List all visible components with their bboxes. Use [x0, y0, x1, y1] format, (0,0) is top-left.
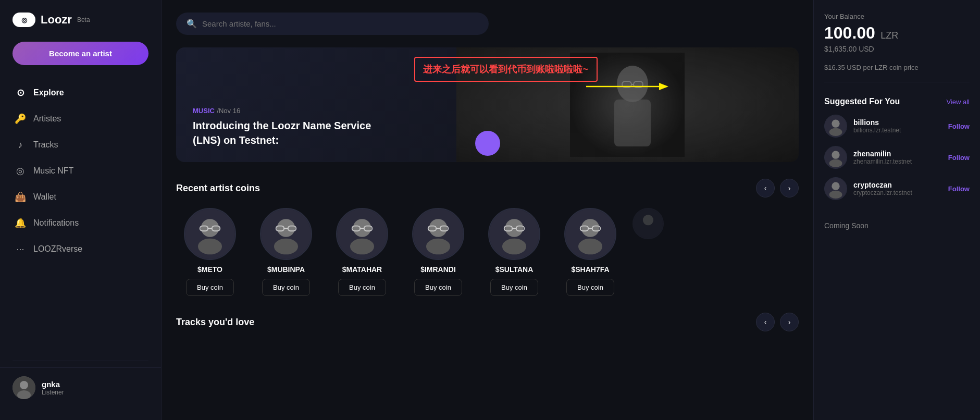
sidebar-item-notifications[interactable]: 🔔 Notifications [0, 210, 161, 236]
artist-coins-grid: $METO Buy coin $MUBINPA Buy coin [176, 208, 799, 296]
suggested-user-zhenamilin: zhenamilin zhenamilin.lzr.testnet Follow [824, 146, 970, 169]
search-icon: 🔍 [187, 19, 197, 29]
nft-icon: ◎ [15, 165, 26, 177]
coin-avatar-imrandi[interactable] [412, 208, 464, 260]
sidebar: ◎ Loozr Beta Become an artist ⊙ Explore … [0, 0, 162, 420]
coins-next-button[interactable]: › [780, 179, 799, 197]
hero-banner: 进来之后就可以看到代币到账啦啦啦啦~ MUSIC /Nov 16 Introdu… [176, 47, 799, 162]
sidebar-item-label: Artistes [33, 114, 61, 123]
coin-avatar-mubinpa[interactable] [260, 208, 312, 260]
svg-point-54 [829, 159, 842, 167]
tracks-next-button[interactable]: › [780, 313, 799, 331]
sidebar-item-label: Wallet [33, 192, 56, 202]
bell-icon: 🔔 [15, 217, 26, 229]
explore-icon: ⊙ [15, 87, 26, 98]
coin-avatar-image [565, 208, 615, 260]
user-role: Listener [42, 389, 64, 396]
suggested-handle-zhenamilin: zhenamilin.lzr.testnet [853, 158, 942, 165]
coin-avatar-image [413, 208, 463, 260]
hero-date: /Nov 16 [217, 107, 240, 115]
buy-coin-matahar-button[interactable]: Buy coin [338, 279, 386, 296]
svg-point-51 [829, 128, 842, 136]
svg-point-43 [578, 239, 602, 255]
sidebar-item-music-nft[interactable]: ◎ Music NFT [0, 158, 161, 184]
hero-category: MUSIC /Nov 16 [193, 106, 391, 115]
buy-coin-sultana-button[interactable]: Buy coin [490, 279, 538, 296]
follow-cryptoczan-button[interactable]: Follow [948, 185, 970, 193]
tracks-prev-button[interactable]: ‹ [756, 313, 775, 331]
sidebar-item-label: Tracks [33, 140, 58, 150]
svg-point-1 [20, 381, 28, 389]
logo-area: ◎ Loozr Beta [0, 13, 161, 42]
artist-coin-matahar: $MATAHAR Buy coin [328, 208, 396, 296]
user-info: gnka Listener [42, 380, 64, 396]
hero-content: MUSIC /Nov 16 Introducing the Loozr Name… [193, 106, 391, 147]
svg-point-56 [832, 182, 839, 190]
coin-avatar-matahar[interactable] [336, 208, 388, 260]
svg-point-57 [829, 191, 842, 199]
buy-coin-imrandi-button[interactable]: Buy coin [414, 279, 462, 296]
follow-zhenamilin-button[interactable]: Follow [948, 154, 970, 162]
sidebar-item-wallet[interactable]: 👜 Wallet [0, 184, 161, 210]
svg-point-48 [643, 215, 653, 225]
artist-coin-extra [632, 208, 664, 296]
coin-name-sultana: $SULTANA [495, 265, 534, 274]
sidebar-item-loozrverse[interactable]: ··· LOOZRverse [0, 236, 161, 262]
coin-name-mubinpa: $MUBINPA [267, 265, 305, 274]
suggested-info-cryptoczan: cryptoczan cryptoczan.lzr.testnet [853, 181, 942, 196]
user-area[interactable]: gnka Listener [0, 367, 161, 407]
avatar-image [825, 146, 847, 169]
coins-prev-button[interactable]: ‹ [756, 179, 775, 197]
hero-dot-1[interactable] [475, 131, 500, 156]
suggested-avatar-cryptoczan [824, 177, 847, 200]
balance-currency: LZR [880, 30, 898, 41]
balance-amount-row: 100.00 LZR [824, 23, 970, 43]
music-note-icon: ♪ [15, 139, 26, 151]
coin-name-matahar: $MATAHAR [342, 265, 382, 274]
svg-point-50 [832, 120, 839, 128]
coin-name-meto: $METO [197, 265, 222, 274]
artist-coin-shah7fa: $SHAH7FA Buy coin [556, 208, 624, 296]
become-artist-button[interactable]: Become an artist [13, 42, 148, 65]
coming-soon-section: Coming Soon [824, 221, 970, 230]
sidebar-item-artistes[interactable]: 🔑 Artistes [0, 106, 161, 132]
follow-billions-button[interactable]: Follow [948, 122, 970, 130]
sidebar-item-explore[interactable]: ⊙ Explore [0, 80, 161, 106]
artist-coin-meto: $METO Buy coin [176, 208, 244, 296]
svg-point-31 [426, 239, 450, 255]
user-avatar-image [13, 376, 35, 399]
artist-coins-header: Recent artist coins ‹ › [176, 179, 799, 197]
artist-coin-imrandi: $IMRANDI Buy coin [404, 208, 472, 296]
app-name: Loozr [41, 13, 72, 27]
sidebar-item-label: LOOZRverse [33, 244, 82, 254]
coin-avatar-image [337, 208, 387, 260]
suggested-header: Suggested For You View all [824, 97, 970, 106]
suggested-name-zhenamilin: zhenamilin [853, 150, 942, 158]
coin-avatar-image [261, 208, 311, 260]
coin-avatar-sultana[interactable] [488, 208, 540, 260]
svg-point-19 [274, 239, 298, 255]
balance-label: Your Balance [824, 13, 970, 20]
right-panel: Your Balance 100.00 LZR $1,635.00 USD $1… [813, 0, 980, 420]
sidebar-item-tracks[interactable]: ♪ Tracks [0, 132, 161, 158]
buy-coin-mubinpa-button[interactable]: Buy coin [262, 279, 310, 296]
artist-coin-mubinpa: $MUBINPA Buy coin [252, 208, 320, 296]
buy-coin-meto-button[interactable]: Buy coin [186, 279, 234, 296]
annotation-overlay: 进来之后就可以看到代币到账啦啦啦啦~ [414, 57, 598, 82]
suggested-avatar-zhenamilin [824, 146, 847, 169]
view-all-link[interactable]: View all [946, 98, 970, 106]
svg-point-25 [350, 239, 374, 255]
search-input[interactable] [202, 19, 478, 28]
suggested-name-cryptoczan: cryptoczan [853, 181, 942, 189]
coin-avatar-shah7fa[interactable] [564, 208, 616, 260]
coin-avatar-extra [632, 208, 664, 239]
coin-avatar-meto[interactable] [184, 208, 236, 260]
sidebar-item-label: Notifications [33, 218, 79, 228]
buy-coin-shah7fa-button[interactable]: Buy coin [566, 279, 614, 296]
suggested-handle-billions: billions.lzr.testnet [853, 127, 942, 134]
balance-usd: $1,635.00 USD [824, 45, 970, 53]
tracks-section: Tracks you'd love ‹ › [176, 313, 799, 331]
svg-marker-10 [659, 83, 668, 90]
tracks-header: Tracks you'd love ‹ › [176, 313, 799, 331]
svg-point-13 [198, 239, 222, 255]
